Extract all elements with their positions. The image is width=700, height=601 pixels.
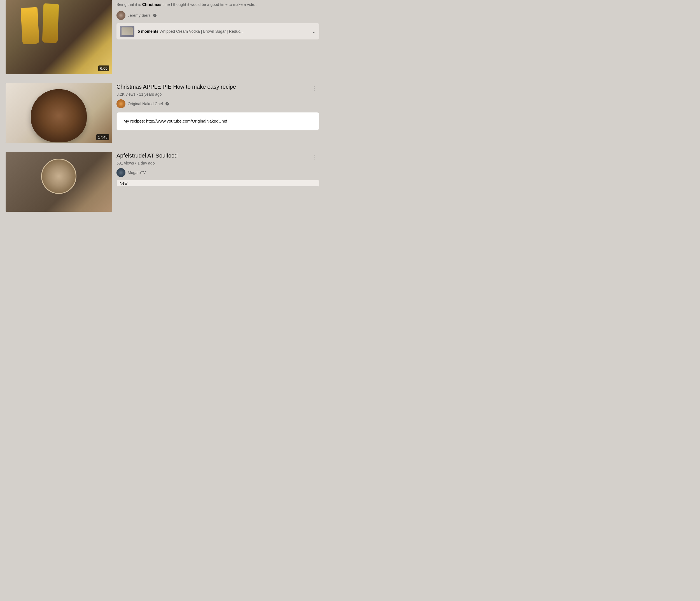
video-info-3: ⋮ Apfelstrudel AT Soulfood 591 views • 1…: [117, 152, 319, 212]
channel-name-3[interactable]: MugatoTV: [128, 171, 146, 175]
video-card-2: 17:43 ⋮ Christmas APPLE PIE How to make …: [0, 79, 325, 148]
thumbnail-2[interactable]: 17:43: [6, 83, 112, 143]
thumbnail-1[interactable]: 6:00: [6, 0, 112, 74]
chevron-down-icon: ⌄: [311, 28, 316, 34]
moments-bar[interactable]: 5 moments Whipped Cream Vodka | Brown Su…: [117, 23, 319, 40]
description-box-text-2: My recipes: http://www.youtube.com/Origi…: [124, 119, 228, 123]
channel-name-1[interactable]: Jeremy Siers: [128, 13, 151, 18]
video-card-1: 6:00 Being that it is Christmas time I t…: [0, 0, 325, 79]
thumbnail-image-1: [6, 0, 112, 74]
moments-items: Whipped Cream Vodka | Brown Sugar | Redu…: [159, 29, 244, 33]
channel-avatar-2[interactable]: [117, 99, 125, 108]
video-meta-2: 8.2K views • 11 years ago: [117, 92, 319, 97]
video-title-3[interactable]: Apfelstrudel AT Soulfood: [117, 152, 311, 159]
channel-row-2: Original Naked Chef: [117, 99, 319, 108]
duration-badge-1: 6:00: [98, 66, 109, 71]
more-options-button-2[interactable]: ⋮: [309, 83, 319, 93]
verified-icon-1: [153, 14, 157, 17]
channel-row-1: Jeremy Siers: [117, 11, 319, 20]
moments-thumbnail: [120, 26, 134, 37]
description-bold: Christmas: [142, 2, 161, 7]
description-suffix: time I thought it would be a good time t…: [161, 2, 257, 7]
new-badge-3: New: [117, 180, 319, 187]
duration-badge-2: 17:43: [96, 134, 109, 140]
channel-row-3: MugatoTV: [117, 168, 319, 177]
channel-avatar-3[interactable]: [117, 168, 125, 177]
thumbnail-image-2: [6, 83, 112, 143]
verified-icon-2: [165, 102, 169, 106]
video-title-2[interactable]: Christmas APPLE PIE How to make easy rec…: [117, 83, 311, 90]
video-card-3: ⋮ Apfelstrudel AT Soulfood 591 views • 1…: [0, 148, 325, 216]
channel-name-2[interactable]: Original Naked Chef: [128, 102, 163, 106]
description-text-1: Being that it is Christmas time I though…: [117, 2, 319, 7]
moments-count: 5 moments: [138, 29, 158, 33]
more-options-button-3[interactable]: ⋮: [309, 152, 319, 162]
moments-thumb-inner: [122, 27, 133, 35]
description-prefix: Being that it is: [117, 2, 142, 7]
page-container: 6:00 Being that it is Christmas time I t…: [0, 0, 325, 216]
video-info-1: Being that it is Christmas time I though…: [117, 0, 319, 74]
description-box-2: My recipes: http://www.youtube.com/Origi…: [117, 112, 319, 130]
channel-avatar-1[interactable]: [117, 11, 125, 20]
thumbnail-image-3: [6, 152, 112, 212]
moments-text: 5 moments Whipped Cream Vodka | Brown Su…: [138, 29, 308, 33]
video-meta-3: 591 views • 1 day ago: [117, 161, 319, 165]
thumbnail-3[interactable]: [6, 152, 112, 212]
video-info-2: ⋮ Christmas APPLE PIE How to make easy r…: [117, 83, 319, 143]
